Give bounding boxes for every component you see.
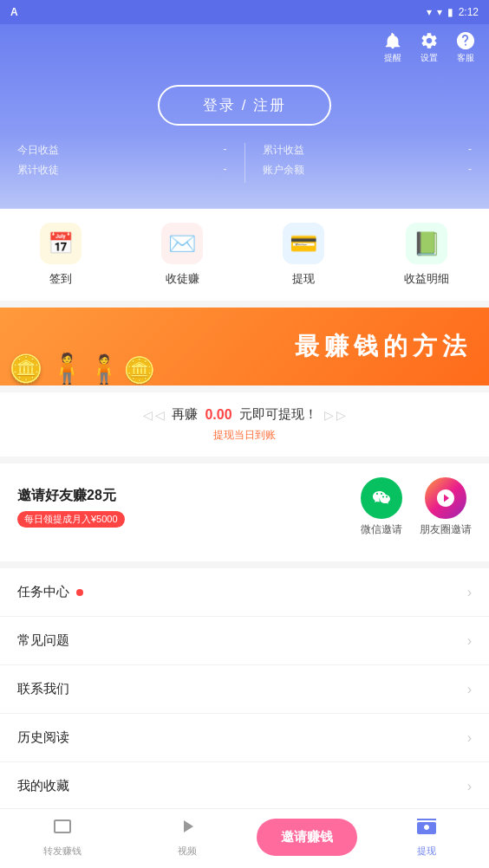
nav-cta[interactable]: 邀请赚钱 bbox=[250, 819, 364, 856]
contact-left: 联系我们 bbox=[17, 681, 69, 697]
invite-left: 邀请好友赚28元 每日领提成月入¥5000 bbox=[17, 487, 125, 528]
action-withdraw[interactable]: 💳 提现 bbox=[283, 223, 324, 287]
menu-item-contact[interactable]: 联系我们 › bbox=[0, 665, 489, 714]
menu-item-faq[interactable]: 常见问题 › bbox=[0, 617, 489, 665]
stats-right: 累计收益 - 账户余额 - bbox=[263, 143, 473, 183]
share-label: 转发赚钱 bbox=[43, 845, 82, 858]
followers-value: - bbox=[224, 163, 227, 178]
status-right: ▾ ▾ ▮ 2:12 bbox=[427, 6, 479, 18]
balance-label: 账户余额 bbox=[263, 163, 304, 178]
settings-label: 设置 bbox=[421, 52, 438, 64]
login-button[interactable]: 登录 / 注册 bbox=[158, 85, 331, 126]
service-button[interactable]: 客服 bbox=[456, 31, 475, 64]
invite-section: 邀请好友赚28元 每日领提成月入¥5000 微信邀请 bbox=[0, 463, 489, 561]
favorites-left: 我的收藏 bbox=[17, 778, 69, 794]
header-area: 提醒 设置 客服 登录 / 注册 今日收益 - 累计收徒 - bbox=[0, 24, 489, 209]
earnings-icon: 📗 bbox=[413, 230, 440, 257]
balance-value: - bbox=[468, 163, 472, 178]
menu-item-history[interactable]: 历史阅读 › bbox=[0, 714, 489, 762]
video-icon bbox=[177, 816, 198, 842]
service-label: 客服 bbox=[457, 52, 474, 64]
bottom-nav: 转发赚钱 视频 邀请赚钱 提现 bbox=[0, 808, 489, 868]
cumulative-label: 累计收益 bbox=[263, 143, 304, 158]
action-earnings[interactable]: 📗 收益明细 bbox=[404, 223, 449, 287]
recruit-icon: ✉️ bbox=[168, 230, 196, 257]
earn-prefix: 再赚 bbox=[172, 406, 198, 423]
withdraw-label: 提现 bbox=[292, 271, 315, 287]
circle-invite-button[interactable]: 朋友圈邀请 bbox=[420, 477, 472, 537]
right-arrows: ▷ ▷ bbox=[324, 408, 347, 422]
faq-label: 常见问题 bbox=[17, 632, 69, 649]
share-icon bbox=[52, 816, 73, 842]
tasks-label: 任务中心 bbox=[17, 584, 69, 600]
nav-share[interactable]: 转发赚钱 bbox=[0, 816, 125, 858]
favorites-label: 我的收藏 bbox=[17, 778, 69, 794]
video-label: 视频 bbox=[178, 845, 197, 858]
banner: 🪙 🧍 🧍 🪙 最赚钱的方法 bbox=[0, 308, 489, 385]
earn-amount: 0.00 bbox=[205, 407, 231, 423]
nav-withdraw[interactable]: 提现 bbox=[364, 816, 489, 858]
circle-label: 朋友圈邀请 bbox=[420, 522, 472, 537]
cumulative-value: - bbox=[468, 143, 472, 158]
cumulative-earning-row: 累计收益 - bbox=[263, 143, 473, 158]
notification-button[interactable]: 提醒 bbox=[383, 31, 402, 64]
invite-top: 邀请好友赚28元 每日领提成月入¥5000 微信邀请 bbox=[17, 477, 472, 537]
wechat-icon bbox=[361, 477, 402, 519]
today-earning-value: - bbox=[224, 143, 227, 158]
today-earning-row: 今日收益 - bbox=[17, 143, 227, 158]
tasks-arrow: › bbox=[467, 585, 472, 600]
left-arrows: ◁ ◁ bbox=[143, 408, 166, 422]
today-earning-label: 今日收益 bbox=[17, 143, 59, 158]
earn-section: ◁ ◁ 再赚 0.00 元即可提现！ ▷ ▷ 提现当日到账 bbox=[0, 392, 489, 457]
action-recruit[interactable]: ✉️ 收徒赚 bbox=[161, 223, 203, 287]
invite-badge: 每日领提成月入¥5000 bbox=[17, 511, 125, 528]
earn-subtext: 提现当日到账 bbox=[17, 428, 472, 443]
main-content: 📅 签到 ✉️ 收徒赚 💳 提现 📗 收益明细 🪙 🧍 bbox=[0, 209, 489, 868]
status-app-icon: A bbox=[10, 6, 18, 18]
quick-actions: 📅 签到 ✉️ 收徒赚 💳 提现 📗 收益明细 bbox=[0, 209, 489, 301]
status-bar: A ▾ ▾ ▮ 2:12 bbox=[0, 0, 489, 24]
recruit-label: 收徒赚 bbox=[166, 271, 199, 287]
withdraw-icon-wrap: 💳 bbox=[283, 223, 324, 264]
nav-video[interactable]: 视频 bbox=[125, 816, 250, 858]
signal-icon: ▾ bbox=[437, 6, 442, 18]
faq-arrow: › bbox=[467, 633, 472, 649]
wifi-icon: ▾ bbox=[427, 6, 432, 18]
earnings-icon-wrap: 📗 bbox=[406, 223, 447, 264]
action-checkin[interactable]: 📅 签到 bbox=[40, 223, 82, 287]
stats-section: 今日收益 - 累计收徒 - 累计收益 - 账户余额 - bbox=[0, 143, 489, 191]
menu-item-tasks[interactable]: 任务中心 › bbox=[0, 568, 489, 617]
wechat-invite-button[interactable]: 微信邀请 bbox=[361, 477, 402, 537]
battery-icon: ▮ bbox=[447, 6, 453, 18]
followers-row: 累计收徒 - bbox=[17, 163, 227, 178]
circle-icon bbox=[425, 477, 466, 519]
contact-label: 联系我们 bbox=[17, 681, 69, 697]
contact-arrow: › bbox=[467, 682, 472, 697]
notification-label: 提醒 bbox=[384, 52, 401, 64]
banner-text: 最赚钱的方法 bbox=[17, 330, 472, 363]
login-section: 登录 / 注册 bbox=[0, 71, 489, 143]
checkin-label: 签到 bbox=[49, 271, 72, 287]
invite-title: 邀请好友赚28元 bbox=[17, 487, 125, 505]
wechat-label: 微信邀请 bbox=[361, 522, 402, 537]
recruit-icon-wrap: ✉️ bbox=[161, 223, 203, 264]
history-label: 历史阅读 bbox=[17, 729, 69, 746]
status-time: 2:12 bbox=[459, 6, 479, 18]
history-left: 历史阅读 bbox=[17, 729, 69, 746]
balance-row: 账户余额 - bbox=[263, 163, 473, 178]
tasks-left: 任务中心 bbox=[17, 584, 83, 600]
menu-section: 任务中心 › 常见问题 › 联系我们 › 历史阅读 › bbox=[0, 568, 489, 810]
menu-item-favorites[interactable]: 我的收藏 › bbox=[0, 762, 489, 810]
withdraw-nav-label: 提现 bbox=[417, 845, 436, 858]
top-nav: 提醒 设置 客服 bbox=[0, 24, 489, 71]
withdraw-nav-icon bbox=[416, 816, 437, 842]
checkin-icon-wrap: 📅 bbox=[40, 223, 82, 264]
stats-divider bbox=[244, 143, 245, 183]
faq-left: 常见问题 bbox=[17, 632, 69, 649]
checkin-icon: 📅 bbox=[48, 231, 74, 256]
settings-button[interactable]: 设置 bbox=[420, 31, 439, 64]
cta-button[interactable]: 邀请赚钱 bbox=[257, 819, 357, 856]
earnings-label: 收益明细 bbox=[404, 271, 449, 287]
invite-buttons: 微信邀请 朋友圈邀请 bbox=[361, 477, 472, 537]
withdraw-icon: 💳 bbox=[290, 230, 317, 257]
